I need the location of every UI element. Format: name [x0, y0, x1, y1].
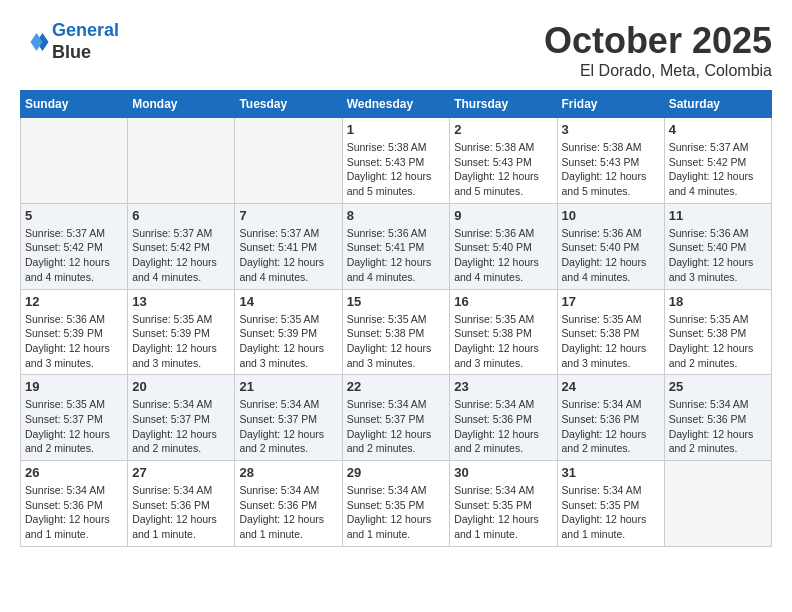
day-info: Sunrise: 5:37 AMSunset: 5:42 PMDaylight:… [132, 226, 230, 285]
calendar-day-cell: 30Sunrise: 5:34 AMSunset: 5:35 PMDayligh… [450, 461, 557, 547]
day-number: 3 [562, 122, 660, 137]
day-info: Sunrise: 5:34 AMSunset: 5:36 PMDaylight:… [239, 483, 337, 542]
calendar-week-row: 5Sunrise: 5:37 AMSunset: 5:42 PMDaylight… [21, 203, 772, 289]
calendar-day-cell: 25Sunrise: 5:34 AMSunset: 5:36 PMDayligh… [664, 375, 771, 461]
calendar-day-cell: 5Sunrise: 5:37 AMSunset: 5:42 PMDaylight… [21, 203, 128, 289]
calendar-day-cell: 28Sunrise: 5:34 AMSunset: 5:36 PMDayligh… [235, 461, 342, 547]
calendar-day-cell: 3Sunrise: 5:38 AMSunset: 5:43 PMDaylight… [557, 118, 664, 204]
day-number: 25 [669, 379, 767, 394]
calendar-day-cell: 8Sunrise: 5:36 AMSunset: 5:41 PMDaylight… [342, 203, 450, 289]
day-info: Sunrise: 5:35 AMSunset: 5:38 PMDaylight:… [562, 312, 660, 371]
weekday-header: Tuesday [235, 91, 342, 118]
day-info: Sunrise: 5:37 AMSunset: 5:42 PMDaylight:… [25, 226, 123, 285]
month-title: October 2025 [544, 20, 772, 62]
day-info: Sunrise: 5:34 AMSunset: 5:36 PMDaylight:… [132, 483, 230, 542]
day-info: Sunrise: 5:34 AMSunset: 5:37 PMDaylight:… [239, 397, 337, 456]
day-info: Sunrise: 5:34 AMSunset: 5:35 PMDaylight:… [454, 483, 552, 542]
logo-text: General Blue [52, 20, 119, 63]
weekday-header-row: SundayMondayTuesdayWednesdayThursdayFrid… [21, 91, 772, 118]
weekday-header: Sunday [21, 91, 128, 118]
calendar-table: SundayMondayTuesdayWednesdayThursdayFrid… [20, 90, 772, 547]
calendar-day-cell: 9Sunrise: 5:36 AMSunset: 5:40 PMDaylight… [450, 203, 557, 289]
calendar-day-cell: 18Sunrise: 5:35 AMSunset: 5:38 PMDayligh… [664, 289, 771, 375]
calendar-day-cell: 24Sunrise: 5:34 AMSunset: 5:36 PMDayligh… [557, 375, 664, 461]
day-number: 10 [562, 208, 660, 223]
calendar-day-cell: 12Sunrise: 5:36 AMSunset: 5:39 PMDayligh… [21, 289, 128, 375]
calendar-day-cell: 27Sunrise: 5:34 AMSunset: 5:36 PMDayligh… [128, 461, 235, 547]
weekday-header: Friday [557, 91, 664, 118]
day-number: 21 [239, 379, 337, 394]
calendar-day-cell: 15Sunrise: 5:35 AMSunset: 5:38 PMDayligh… [342, 289, 450, 375]
calendar-week-row: 26Sunrise: 5:34 AMSunset: 5:36 PMDayligh… [21, 461, 772, 547]
day-number: 12 [25, 294, 123, 309]
calendar-day-cell: 22Sunrise: 5:34 AMSunset: 5:37 PMDayligh… [342, 375, 450, 461]
calendar-day-cell [664, 461, 771, 547]
weekday-header: Monday [128, 91, 235, 118]
day-number: 4 [669, 122, 767, 137]
day-number: 30 [454, 465, 552, 480]
calendar-day-cell: 17Sunrise: 5:35 AMSunset: 5:38 PMDayligh… [557, 289, 664, 375]
day-number: 27 [132, 465, 230, 480]
day-info: Sunrise: 5:36 AMSunset: 5:40 PMDaylight:… [454, 226, 552, 285]
day-number: 7 [239, 208, 337, 223]
day-number: 16 [454, 294, 552, 309]
calendar-day-cell: 11Sunrise: 5:36 AMSunset: 5:40 PMDayligh… [664, 203, 771, 289]
calendar-day-cell: 10Sunrise: 5:36 AMSunset: 5:40 PMDayligh… [557, 203, 664, 289]
day-number: 2 [454, 122, 552, 137]
calendar-day-cell: 31Sunrise: 5:34 AMSunset: 5:35 PMDayligh… [557, 461, 664, 547]
day-info: Sunrise: 5:36 AMSunset: 5:40 PMDaylight:… [562, 226, 660, 285]
day-number: 24 [562, 379, 660, 394]
day-info: Sunrise: 5:35 AMSunset: 5:37 PMDaylight:… [25, 397, 123, 456]
day-number: 23 [454, 379, 552, 394]
day-info: Sunrise: 5:35 AMSunset: 5:39 PMDaylight:… [132, 312, 230, 371]
day-number: 18 [669, 294, 767, 309]
day-number: 8 [347, 208, 446, 223]
day-info: Sunrise: 5:34 AMSunset: 5:37 PMDaylight:… [132, 397, 230, 456]
calendar-day-cell [128, 118, 235, 204]
day-info: Sunrise: 5:35 AMSunset: 5:38 PMDaylight:… [347, 312, 446, 371]
day-number: 13 [132, 294, 230, 309]
calendar-day-cell: 6Sunrise: 5:37 AMSunset: 5:42 PMDaylight… [128, 203, 235, 289]
day-number: 15 [347, 294, 446, 309]
logo: General Blue [20, 20, 119, 63]
day-info: Sunrise: 5:34 AMSunset: 5:36 PMDaylight:… [669, 397, 767, 456]
weekday-header: Thursday [450, 91, 557, 118]
day-info: Sunrise: 5:37 AMSunset: 5:41 PMDaylight:… [239, 226, 337, 285]
day-info: Sunrise: 5:34 AMSunset: 5:35 PMDaylight:… [347, 483, 446, 542]
calendar-day-cell: 2Sunrise: 5:38 AMSunset: 5:43 PMDaylight… [450, 118, 557, 204]
day-info: Sunrise: 5:36 AMSunset: 5:40 PMDaylight:… [669, 226, 767, 285]
calendar-day-cell: 29Sunrise: 5:34 AMSunset: 5:35 PMDayligh… [342, 461, 450, 547]
logo-line2: Blue [52, 42, 119, 64]
calendar-day-cell: 4Sunrise: 5:37 AMSunset: 5:42 PMDaylight… [664, 118, 771, 204]
day-number: 17 [562, 294, 660, 309]
day-info: Sunrise: 5:38 AMSunset: 5:43 PMDaylight:… [562, 140, 660, 199]
day-number: 14 [239, 294, 337, 309]
calendar-day-cell: 20Sunrise: 5:34 AMSunset: 5:37 PMDayligh… [128, 375, 235, 461]
calendar-day-cell: 21Sunrise: 5:34 AMSunset: 5:37 PMDayligh… [235, 375, 342, 461]
day-number: 5 [25, 208, 123, 223]
weekday-header: Saturday [664, 91, 771, 118]
day-number: 1 [347, 122, 446, 137]
day-number: 9 [454, 208, 552, 223]
day-number: 28 [239, 465, 337, 480]
calendar-day-cell: 14Sunrise: 5:35 AMSunset: 5:39 PMDayligh… [235, 289, 342, 375]
day-info: Sunrise: 5:38 AMSunset: 5:43 PMDaylight:… [347, 140, 446, 199]
logo-icon [20, 27, 50, 57]
day-info: Sunrise: 5:38 AMSunset: 5:43 PMDaylight:… [454, 140, 552, 199]
day-info: Sunrise: 5:35 AMSunset: 5:39 PMDaylight:… [239, 312, 337, 371]
day-info: Sunrise: 5:34 AMSunset: 5:37 PMDaylight:… [347, 397, 446, 456]
calendar-day-cell [21, 118, 128, 204]
day-info: Sunrise: 5:34 AMSunset: 5:35 PMDaylight:… [562, 483, 660, 542]
page-header: General Blue October 2025 El Dorado, Met… [20, 20, 772, 80]
day-info: Sunrise: 5:34 AMSunset: 5:36 PMDaylight:… [454, 397, 552, 456]
day-number: 22 [347, 379, 446, 394]
calendar-day-cell: 16Sunrise: 5:35 AMSunset: 5:38 PMDayligh… [450, 289, 557, 375]
day-number: 31 [562, 465, 660, 480]
title-block: October 2025 El Dorado, Meta, Colombia [544, 20, 772, 80]
day-info: Sunrise: 5:34 AMSunset: 5:36 PMDaylight:… [25, 483, 123, 542]
calendar-day-cell: 23Sunrise: 5:34 AMSunset: 5:36 PMDayligh… [450, 375, 557, 461]
calendar-day-cell: 7Sunrise: 5:37 AMSunset: 5:41 PMDaylight… [235, 203, 342, 289]
day-number: 26 [25, 465, 123, 480]
logo-line1: General [52, 20, 119, 40]
day-number: 29 [347, 465, 446, 480]
